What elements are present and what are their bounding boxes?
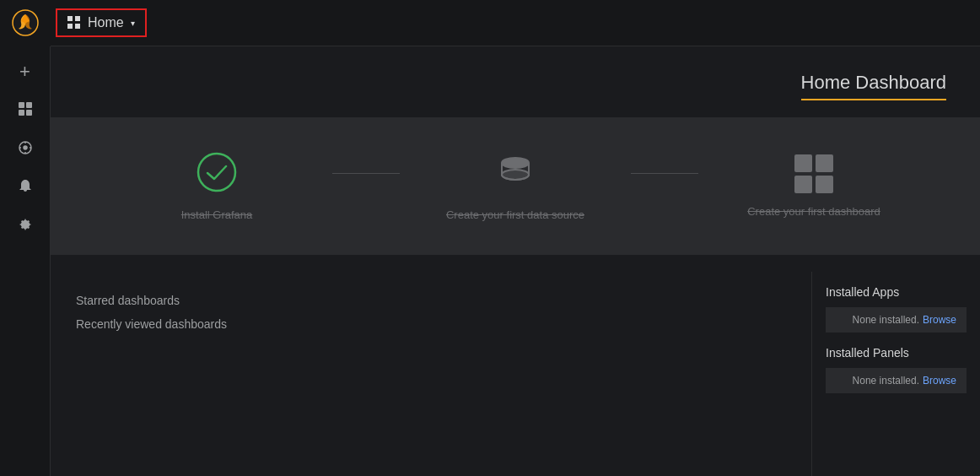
connector-1: [332, 173, 400, 174]
installed-apps-bar: None installed. Browse: [826, 307, 967, 333]
chevron-down-icon: ▾: [131, 19, 135, 28]
installed-apps-section: Installed Apps None installed. Browse: [826, 285, 967, 333]
install-grafana-label: Install Grafana: [181, 208, 253, 221]
sidebar-item-dashboards[interactable]: [8, 94, 42, 127]
svg-point-6: [24, 146, 27, 149]
dashboards-panel: Starred dashboards Recently viewed dashb…: [51, 272, 811, 476]
grafana-logo[interactable]: [0, 0, 51, 46]
installed-apps-none-text: None installed.: [853, 314, 919, 326]
dashboard-icon: [794, 154, 833, 193]
connector-2: [631, 173, 698, 174]
sidebar-item-explore[interactable]: [8, 133, 42, 166]
installed-panels-section: Installed Panels None installed. Browse: [826, 346, 967, 393]
installed-panels-browse-link[interactable]: Browse: [923, 375, 956, 387]
sidebar-item-add[interactable]: +: [8, 55, 42, 89]
svg-rect-3: [19, 110, 24, 116]
svg-point-9: [502, 170, 529, 180]
install-grafana-icon: [196, 151, 238, 197]
svg-rect-2: [26, 102, 32, 108]
step-datasource: Create your first data source: [400, 151, 631, 221]
getting-started-section: Install Grafana Create your first data s…: [51, 117, 980, 255]
main-layout: +: [0, 46, 980, 476]
svg-rect-4: [26, 110, 32, 116]
svg-point-10: [502, 158, 529, 168]
topbar: Home ▾: [0, 0, 980, 46]
sidebar: +: [0, 46, 51, 476]
installed-panels-bar: None installed. Browse: [826, 368, 967, 393]
step-install-grafana: Install Grafana: [101, 151, 332, 221]
svg-point-7: [198, 154, 235, 191]
add-icon: +: [19, 61, 30, 83]
installed-apps-title: Installed Apps: [826, 285, 967, 299]
dashboard-label: Create your first dashboard: [747, 205, 880, 218]
svg-rect-1: [19, 102, 24, 108]
installed-apps-browse-link[interactable]: Browse: [923, 314, 956, 326]
content-area: Home Dashboard Install Grafana: [51, 46, 980, 476]
home-label: Home: [88, 15, 124, 30]
step-dashboard: Create your first dashboard: [698, 154, 929, 218]
recently-viewed-dashboards-link[interactable]: Recently viewed dashboards: [76, 312, 786, 336]
gear-icon: [18, 218, 33, 237]
starred-dashboards-link[interactable]: Starred dashboards: [76, 289, 786, 312]
bottom-panels: Starred dashboards Recently viewed dashb…: [51, 272, 980, 476]
explore-icon: [18, 140, 33, 160]
right-panels: Installed Apps None installed. Browse In…: [811, 272, 980, 476]
installed-panels-title: Installed Panels: [826, 346, 967, 360]
installed-panels-none-text: None installed.: [853, 375, 919, 387]
sidebar-item-configuration[interactable]: [8, 210, 42, 244]
page-header: Home Dashboard: [51, 46, 980, 117]
datasource-icon: [494, 151, 536, 197]
bell-icon: [18, 179, 33, 198]
dashboards-icon: [18, 101, 33, 121]
datasource-label: Create your first data source: [446, 208, 584, 221]
sidebar-item-alerting[interactable]: [8, 171, 42, 205]
home-menu-button[interactable]: Home ▾: [56, 8, 147, 37]
page-title: Home Dashboard: [801, 72, 946, 100]
home-grid-icon: [67, 16, 81, 30]
